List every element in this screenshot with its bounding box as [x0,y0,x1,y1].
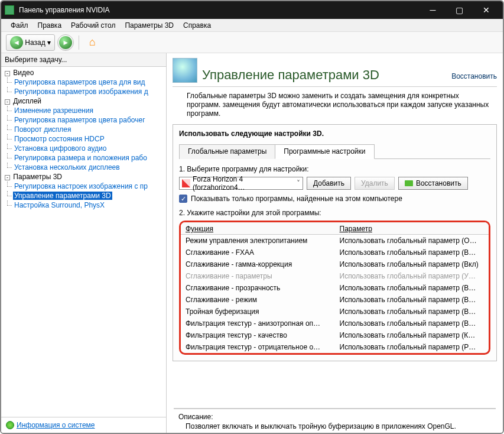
table-row[interactable]: Фильтрация текстур - качествоИспользоват… [181,329,489,341]
cell-param: Использовать глобальный параметр (У… [335,270,489,282]
tree-item[interactable]: Регулировка параметров цвета рабочег [13,116,147,124]
show-only-checkbox[interactable]: ✓ [179,195,187,203]
program-icon [182,179,190,187]
cell-param: Использовать глобальный параметр (В… [335,247,489,258]
tree-item[interactable]: Установка нескольких дисплеев [13,163,121,171]
restore-link[interactable]: Восстановить [451,72,497,80]
table-row[interactable]: Сглаживание - FXAAИспользовать глобальны… [181,247,489,258]
table-row[interactable]: Сглаживание - параметрыИспользовать глоб… [181,270,489,282]
back-button[interactable]: ◄ Назад ▾ [6,34,55,51]
cell-function: Режим управления электропитанием [181,235,335,247]
nvidia-logo-icon [405,180,413,186]
cell-function: Сглаживание - FXAA [181,247,335,258]
cell-function: Фильтрация текстур - отрицательное о… [181,341,335,353]
col-param[interactable]: Параметр [335,222,489,235]
settings-table: Функция Параметр Режим управления электр… [181,222,489,353]
program-select[interactable]: Forza Horizon 4 (forzahorizon4… ˅ [179,177,303,190]
content-pane: Управление параметрами 3D Восстановить Г… [167,53,503,433]
menu-file[interactable]: Файл [6,21,33,30]
tree-cat-video[interactable]: Видео [13,69,34,77]
cell-function: Фильтрация текстур - анизотропная оп… [181,318,335,329]
step1-label: 1. Выберите программу для настройки: [179,165,490,173]
cell-param: Использовать глобальный параметр (В… [335,294,489,306]
tree-cat-display[interactable]: Дисплей [13,97,41,105]
menu-edit[interactable]: Правка [33,21,67,30]
tree-expander-display[interactable]: - [5,99,10,105]
info-icon [6,421,14,429]
tree-item[interactable]: Управление параметрами 3D [13,192,112,200]
menu-params3d[interactable]: Параметры 3D [120,21,178,30]
show-only-label: Показывать только программы, найденные н… [191,195,402,203]
tree-item[interactable]: Регулировка размера и положения рабо [13,154,148,162]
tab-global[interactable]: Глобальные параметры [179,144,275,159]
back-arrow-icon: ◄ [10,36,23,49]
toolbar: ◄ Назад ▾ ► ⌂ [1,32,503,53]
close-button[interactable]: ✕ [473,1,499,19]
tree-item[interactable]: Изменение разрешения [13,106,95,115]
table-row[interactable]: Сглаживание - прозрачностьИспользовать г… [181,282,489,294]
cell-param: Использовать глобальный параметр (В… [335,306,489,318]
cell-param: Использовать глобальный параметр (Вкл) [335,258,489,270]
toolbar-separator [79,35,79,50]
tree-item[interactable]: Просмотр состояния HDCP [13,135,106,143]
menu-desktop[interactable]: Рабочий стол [66,21,120,30]
main-split: Выберите задачу... - Видео Регулировка п… [1,53,503,433]
settings-table-wrap: Функция Параметр Режим управления электр… [179,221,490,355]
minimize-button[interactable]: ─ [420,1,446,19]
panel-title: Использовать следующие настройки 3D. [179,129,490,138]
table-row[interactable]: Сглаживание - гамма-коррекцияИспользоват… [181,258,489,270]
cell-param: Использовать глобальный параметр (В… [335,318,489,329]
footer-text: Позволяет включать и выключать тройную б… [186,422,496,430]
cell-function: Сглаживание - гамма-коррекция [181,258,335,270]
remove-button[interactable]: Удалить [355,177,395,190]
tab-program[interactable]: Программные настройки [275,144,374,159]
app-icon [5,5,14,15]
tree-cat-3d[interactable]: Параметры 3D [13,173,62,181]
cell-function: Сглаживание - параметры [181,270,335,282]
window-title: Панель управления NVIDIA [19,6,420,14]
show-only-row: ✓ Показывать только программы, найденные… [179,195,490,203]
tree-item[interactable]: Настройка Surround, PhysX [13,201,106,209]
footer-title: Описание: [178,413,496,421]
tree-item[interactable]: Регулировка настроек изображения с пр [13,182,149,190]
restore-program-button[interactable]: Восстановить [398,177,468,190]
add-button[interactable]: Добавить [307,177,351,190]
settings-panel: Использовать следующие настройки 3D. Гло… [173,124,497,361]
system-info-link[interactable]: Информация о системе [17,421,95,429]
back-label: Назад [25,38,45,47]
cell-function: Тройная буферизация [181,306,335,318]
home-button[interactable]: ⌂ [84,34,100,51]
tree-expander-video[interactable]: - [5,71,10,76]
table-row[interactable]: Режим управления электропитаниемИспользо… [181,235,489,247]
table-row[interactable]: Фильтрация текстур - отрицательное о…Исп… [181,341,489,353]
maximize-button[interactable]: ▢ [446,1,473,19]
tree-item[interactable]: Поворот дисплея [13,125,73,134]
task-tree: - Видео Регулировка параметров цвета для… [1,67,166,417]
menu-help[interactable]: Справка [178,21,216,30]
content-header: Управление параметрами 3D Восстановить [173,58,497,87]
step2-label: 2. Укажите настройки для этой программы: [179,209,490,217]
home-icon: ⌂ [86,36,99,49]
description-text: Глобальные параметры 3D можно заменить и… [187,92,495,118]
select-task-label: Выберите задачу... [1,53,166,67]
tree-item[interactable]: Установка цифрового аудио [13,144,108,153]
cell-function: Сглаживание - прозрачность [181,282,335,294]
program-selected-text: Forza Horizon 4 (forzahorizon4… [193,175,297,192]
tree-item[interactable]: Регулировка параметров цвета для вид [13,78,146,86]
forward-button[interactable]: ► [57,34,74,51]
col-function[interactable]: Функция [181,222,335,235]
tree-item[interactable]: Регулировка параметров изображения д [13,88,149,96]
chevron-down-icon: ˅ [297,179,300,187]
cell-function: Сглаживание - режим [181,294,335,306]
table-row[interactable]: Сглаживание - режимИспользовать глобальн… [181,294,489,306]
forward-arrow-icon: ► [59,36,72,49]
header-icon [173,58,197,83]
tree-expander-3d[interactable]: - [5,175,10,180]
cell-param: Использовать глобальный параметр (В… [335,282,489,294]
table-row[interactable]: Тройная буферизацияИспользовать глобальн… [181,306,489,318]
system-info-row: Информация о системе [1,417,166,433]
cell-function: Фильтрация текстур - качество [181,329,335,341]
program-row: Forza Horizon 4 (forzahorizon4… ˅ Добави… [179,177,490,190]
table-row[interactable]: Фильтрация текстур - анизотропная оп…Исп… [181,318,489,329]
cell-param: Использовать глобальный параметр (Р… [335,341,489,353]
